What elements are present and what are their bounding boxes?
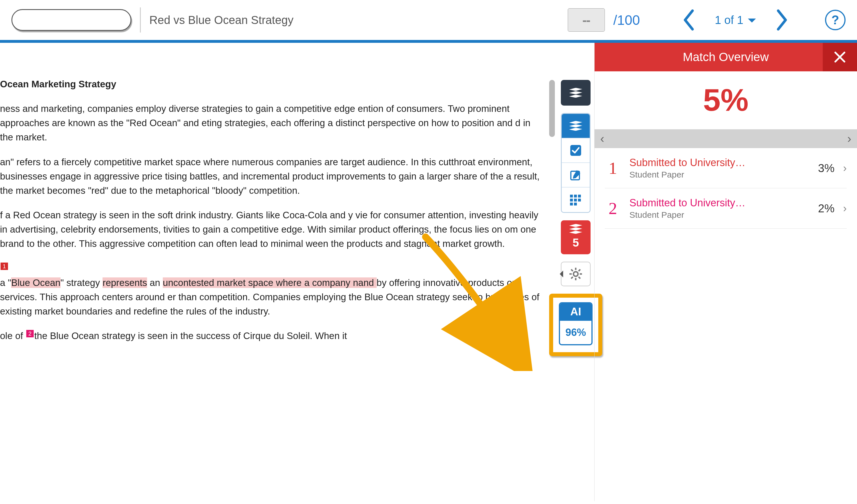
svg-rect-4 xyxy=(578,195,581,197)
panel-title: Match Overview xyxy=(683,50,769,64)
rubric-grid-button[interactable] xyxy=(562,188,590,212)
paper-pager[interactable]: 1 of 1 xyxy=(706,13,764,27)
next-paper-button[interactable] xyxy=(773,9,791,31)
top-toolbar: Red vs Blue Ocean Strategy -- /100 1 of … xyxy=(0,0,857,43)
grade-total: /100 xyxy=(614,12,640,28)
highlight-match-1a[interactable]: Blue Ocean xyxy=(11,277,60,288)
separator xyxy=(140,7,141,33)
layers-button[interactable] xyxy=(561,80,591,106)
document-title: Red vs Blue Ocean Strategy xyxy=(149,14,293,27)
chevron-right-icon: › xyxy=(843,202,847,214)
close-panel-button[interactable] xyxy=(823,43,857,71)
panel-header: Match Overview xyxy=(594,43,857,71)
match-source-row[interactable]: 2 Submitted to University… Student Paper… xyxy=(605,188,847,229)
match-overview-value: 5 xyxy=(573,236,579,249)
match-source-row[interactable]: 1 Submitted to University… Student Paper… xyxy=(605,148,847,188)
highlight-match-1d[interactable]: nand xyxy=(353,277,377,288)
svg-line-16 xyxy=(578,277,580,279)
match-prev-button[interactable]: ‹ xyxy=(600,132,604,145)
caret-down-icon xyxy=(748,19,756,27)
match-overview-panel: Match Overview 5% ‹ › 1 Submitted to Uni… xyxy=(594,43,857,501)
student-name-pill[interactable] xyxy=(12,9,131,31)
chevron-right-icon: › xyxy=(843,162,847,174)
svg-rect-8 xyxy=(570,203,573,206)
match-source-sub: Student Paper xyxy=(629,170,810,179)
svg-rect-3 xyxy=(574,195,577,197)
check-icon xyxy=(569,144,582,157)
ai-percent: 96% xyxy=(560,321,591,344)
similarity-tools-group xyxy=(561,113,591,213)
svg-rect-7 xyxy=(578,198,581,202)
match-list: 1 Submitted to University… Student Paper… xyxy=(594,148,857,229)
pager-label: 1 of 1 xyxy=(715,14,743,27)
layers-icon xyxy=(569,87,582,99)
svg-rect-6 xyxy=(574,198,577,202)
edit-button[interactable] xyxy=(562,163,590,188)
similarity-layer-button[interactable] xyxy=(562,114,590,138)
match-source-sub: Student Paper xyxy=(629,210,810,220)
highlight-match-1c[interactable]: uncontested market space where a company xyxy=(163,277,353,288)
help-icon: ? xyxy=(831,13,839,27)
ai-label: AI xyxy=(560,303,591,321)
settings-button[interactable] xyxy=(561,262,591,286)
svg-line-17 xyxy=(578,270,580,271)
svg-line-15 xyxy=(571,270,573,271)
svg-line-18 xyxy=(571,277,573,279)
match-nav-strip: ‹ › xyxy=(594,129,857,148)
doc-heading: Ocean Marketing Strategy xyxy=(0,79,116,89)
match-number: 2 xyxy=(605,198,621,218)
help-button[interactable]: ? xyxy=(825,10,845,30)
match-next-button[interactable]: › xyxy=(847,132,851,145)
svg-rect-9 xyxy=(574,203,577,206)
layers-icon xyxy=(569,120,582,132)
ai-writing-indicator[interactable]: AI 96% xyxy=(559,302,592,345)
match-overview-button[interactable]: 5 xyxy=(561,220,591,254)
document-content: Ocean Marketing Strategy ness and market… xyxy=(0,77,546,343)
grade-value: -- xyxy=(582,12,590,28)
match-number: 1 xyxy=(605,158,621,178)
match-percent: 2% xyxy=(818,202,835,215)
svg-rect-5 xyxy=(570,198,573,202)
overall-similarity: 5% xyxy=(594,82,857,118)
match-marker-2[interactable]: 2 xyxy=(26,330,34,337)
tool-rail: 5 AI 96% xyxy=(557,43,594,501)
svg-rect-0 xyxy=(570,145,581,156)
checkbox-button[interactable] xyxy=(562,138,590,163)
pencil-square-icon xyxy=(569,169,582,181)
match-source-title: Submitted to University… xyxy=(629,197,810,209)
gear-icon xyxy=(569,267,583,281)
grid-icon xyxy=(569,194,582,206)
match-marker-1[interactable]: 1 xyxy=(1,263,8,270)
caret-left-icon xyxy=(556,271,563,277)
svg-point-10 xyxy=(573,272,578,276)
svg-rect-2 xyxy=(570,195,573,197)
scrollbar-thumb[interactable] xyxy=(549,80,555,137)
prev-paper-button[interactable] xyxy=(680,9,698,31)
layers-icon xyxy=(569,223,582,234)
close-icon xyxy=(834,51,846,63)
document-pane: Ocean Marketing Strategy ness and market… xyxy=(0,43,557,501)
match-percent: 3% xyxy=(818,162,835,175)
grade-box[interactable]: -- xyxy=(568,8,605,32)
highlight-match-1b[interactable]: represents xyxy=(102,277,147,288)
match-source-title: Submitted to University… xyxy=(629,157,810,169)
